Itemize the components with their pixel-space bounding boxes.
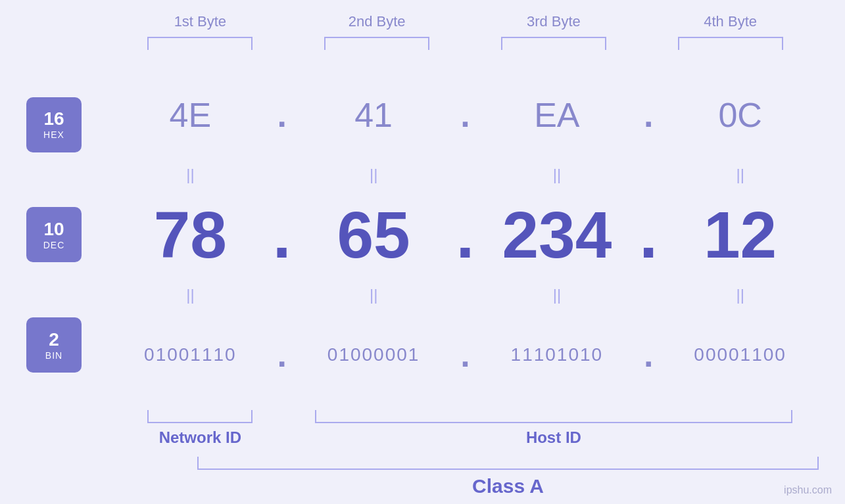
class-label: Class A [472,475,544,497]
byte-headers: 1st Byte 2nd Byte 3rd Byte 4th Byte [26,13,819,30]
class-section: Class A [112,457,819,497]
eq7: || [479,287,636,303]
bin-badge: 2 BIN [26,317,82,373]
values-grid: 4E . 41 . EA . 0C || || [112,63,819,407]
dec-val-3: 234 [479,197,636,273]
class-bracket [197,457,819,470]
dec-base-label: DEC [43,240,65,250]
content-area: 16 HEX 10 DEC 2 BIN 4E . 41 [26,63,819,407]
label-column: 16 HEX 10 DEC 2 BIN [26,63,112,407]
hex-val-2: 41 [295,95,452,135]
eq4: || [662,167,819,183]
eq1: || [112,167,269,183]
hex-row: 4E . 41 . EA . 0C [112,63,819,167]
dec-base-number: 10 [43,219,64,240]
eq2: || [295,167,452,183]
bin-val-3: 11101010 [479,344,636,365]
labels-row: Network ID Host ID [112,428,819,447]
dec-val-1: 78 [112,197,269,273]
bin-base-number: 2 [49,330,59,350]
top-bracket-1 [112,37,289,50]
bin-dot-3: . [635,335,662,375]
hex-dot-1: . [269,95,295,135]
network-id-label: Network ID [112,428,289,447]
bottom-brackets-row [112,410,819,423]
byte4-header: 4th Byte [642,13,819,30]
host-id-label: Host ID [289,428,819,447]
bin-base-label: BIN [45,350,62,361]
dec-badge: 10 DEC [26,207,82,262]
dec-val-4: 12 [662,197,819,273]
bin-dot-2: . [452,335,479,375]
top-brackets [26,37,819,50]
dec-dot-1: . [269,197,295,273]
equals-dec-bin: || || || || [112,287,819,303]
bin-val-1: 01001110 [112,344,269,365]
dec-row: 78 . 65 . 234 . 12 [112,183,819,286]
hex-dot-2: . [452,95,479,135]
dec-val-2: 65 [295,197,452,273]
bin-val-2: 01000001 [295,344,452,365]
eq3: || [479,167,636,183]
eq8: || [662,287,819,303]
top-bracket-2 [289,37,466,50]
host-bracket [289,410,819,423]
equals-hex-dec: || || || || [112,167,819,183]
main-container: 1st Byte 2nd Byte 3rd Byte 4th Byte 16 H… [0,0,845,504]
bin-dot-1: . [269,335,295,375]
dec-dot-3: . [635,197,662,273]
byte1-header: 1st Byte [112,13,289,30]
hex-val-1: 4E [112,95,269,135]
top-bracket-3 [466,37,642,50]
bottom-section: Network ID Host ID Class A [26,410,819,497]
byte2-header: 2nd Byte [289,13,466,30]
bin-val-4: 00001100 [662,344,819,365]
hex-dot-3: . [635,95,662,135]
hex-val-3: EA [479,95,636,135]
hex-base-number: 16 [43,109,64,129]
eq5: || [112,287,269,303]
hex-val-4: 0C [662,95,819,135]
net-bracket [112,410,289,423]
hex-base-label: HEX [43,129,64,140]
top-bracket-4 [642,37,819,50]
bin-row: 01001110 . 01000001 . 11101010 . 0000110… [112,303,819,407]
byte3-header: 3rd Byte [466,13,642,30]
eq6: || [295,287,452,303]
watermark: ipshu.com [784,484,832,496]
dec-dot-2: . [452,197,479,273]
hex-badge: 16 HEX [26,97,82,152]
